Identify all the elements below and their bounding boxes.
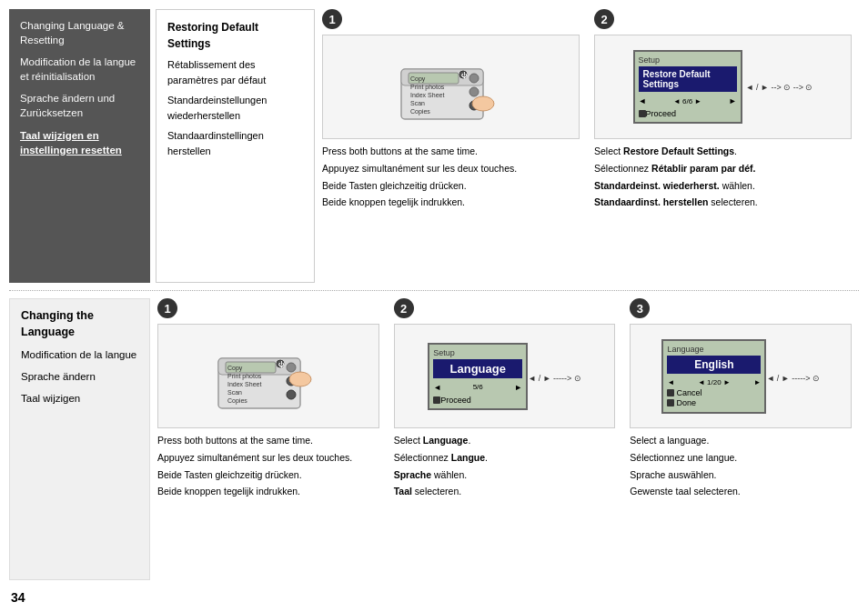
bottom-sidebar-item-3: Sprache ändern xyxy=(21,369,138,384)
bold-retablir: Rétablir param par déf. xyxy=(651,163,755,174)
bottom-sidebar-item-4: Taal wijzigen xyxy=(21,391,138,406)
top-step-1: 1 Copy Print photos Index Sheet Scan Cop… xyxy=(315,9,587,283)
bottom-lcd-nav-right: ► xyxy=(514,383,522,392)
svg-text:Copies: Copies xyxy=(227,397,247,405)
bottom-lang-lcd: Language English ◄ ◄ 1/20 ► ► Cancel Don… xyxy=(661,339,766,414)
bottom-sidebar: Changing the Language Modification de la… xyxy=(9,298,150,580)
step-1-number: 1 xyxy=(322,9,580,35)
bold-sprache: Sprache xyxy=(394,469,431,480)
bottom-lcd-proceed-icon xyxy=(433,396,440,404)
lcd-nav-pages: ◄ 6/6 ► xyxy=(673,97,701,105)
bold-standaard: Standaardinst. herstellen xyxy=(594,196,708,207)
bottom-step-3-nav-arrows: ◄ / ► -----> ⊙ xyxy=(766,374,820,383)
bottom-sidebar-item-1: Changing the Language xyxy=(21,308,138,340)
top-sidebar-item-1: Changing Language & Resetting xyxy=(20,18,139,47)
step-2-image: Setup Restore Default Settings ◄ ◄ 6/6 ►… xyxy=(594,35,852,139)
bottom-lcd-screen: Setup Language ◄ 5/6 ► Proceed xyxy=(428,343,528,410)
bottom-step-1-caption: Press both buttons at the same time. App… xyxy=(157,434,379,502)
page-number: 34 xyxy=(11,590,25,605)
top-step-2-nav-arrows: ◄ / ► --> ⊙ --> ⊙ xyxy=(746,83,813,92)
top-sidebar: Changing Language & Resetting Modificati… xyxy=(9,9,150,283)
step-2-number: 2 xyxy=(594,9,852,35)
bottom-step-1: 1 Copy Print photos Index Sheet Scan Cop… xyxy=(150,298,387,580)
lcd-proceed-label: Proceed xyxy=(646,109,677,118)
top-sidebar-item-3: Sprache ändern und Zurücksetzen xyxy=(20,91,139,120)
bottom-step-3-number: 3 xyxy=(630,298,852,324)
bottom-step-1-image: Copy Print photos Index Sheet Scan Copie… xyxy=(157,324,379,428)
bottom-sidebar-item-2: Modification de la langue xyxy=(21,347,138,362)
top-sidebar-item-4: Taal wijzigen en instellingen resetten xyxy=(20,128,139,157)
bold-restore: Restore Default Settings xyxy=(623,145,734,156)
svg-text:Copy: Copy xyxy=(227,365,243,372)
bottom-step-3-caption: Select a language. Sélectionnez une lang… xyxy=(630,434,852,502)
svg-point-9 xyxy=(469,87,479,96)
svg-text:⏻: ⏻ xyxy=(461,72,468,78)
svg-text:Print photos: Print photos xyxy=(410,84,445,91)
cancel-check-icon xyxy=(667,389,674,396)
svg-text:Copies: Copies xyxy=(410,108,430,115)
svg-point-26 xyxy=(289,372,311,386)
bottom-step-2-number: 2 xyxy=(394,298,616,324)
title-line-2: Rétablissement des paramètres par défaut xyxy=(167,57,303,87)
svg-point-12 xyxy=(475,98,491,109)
bottom-step-3: 3 Language English ◄ ◄ 1/20 ► ► Cancel xyxy=(622,298,859,580)
svg-text:Print photos: Print photos xyxy=(227,373,262,380)
bottom-lcd-proceed-label: Proceed xyxy=(440,396,471,405)
title-line-4: Standaardinstellingen herstellen xyxy=(167,128,303,158)
title-line-1: Restoring Default Settings xyxy=(167,19,303,52)
lcd-nav-left: ◄ xyxy=(639,96,647,105)
bottom-step-2: 2 Setup Language ◄ 5/6 ► Proceed xyxy=(387,298,623,580)
bottom-step-2-nav-arrows: ◄ / ► -----> ⊙ xyxy=(528,374,581,383)
top-title-box: Restoring Default Settings Rétablissemen… xyxy=(156,9,315,283)
top-lcd-screen: Setup Restore Default Settings ◄ ◄ 6/6 ►… xyxy=(633,50,742,124)
svg-text:Scan: Scan xyxy=(410,100,425,106)
top-step-2: 2 Setup Restore Default Settings ◄ ◄ 6/6… xyxy=(587,9,859,283)
svg-point-8 xyxy=(469,74,479,83)
svg-text:⏻: ⏻ xyxy=(278,361,285,367)
bottom-step-2-caption: Select Language. Sélectionnez Langue. Sp… xyxy=(394,434,616,502)
top-sidebar-item-2: Modification de la langue et réinitialis… xyxy=(20,55,139,84)
bold-language: Language xyxy=(423,435,469,446)
bottom-lcd-nav-pages: 5/6 xyxy=(473,383,483,391)
done-check-icon xyxy=(667,399,674,406)
lcd-done-label: Done xyxy=(676,398,696,407)
bold-taal: Taal xyxy=(394,486,412,497)
bottom-step-1-number: 1 xyxy=(157,298,379,324)
bottom-step-2-image: Setup Language ◄ 5/6 ► Proceed ◄ / ► ---… xyxy=(394,324,616,428)
svg-point-23 xyxy=(287,363,296,372)
lcd-cancel-label: Cancel xyxy=(676,388,701,397)
top-step-2-caption: Select Restore Default Settings. Sélecti… xyxy=(594,145,852,213)
top-step-1-caption: Press both buttons at the same time. App… xyxy=(322,145,580,213)
bottom-step-3-image: Language English ◄ ◄ 1/20 ► ► Cancel Don… xyxy=(630,324,852,428)
svg-point-25 xyxy=(287,390,296,399)
svg-text:Index Sheet: Index Sheet xyxy=(410,92,444,98)
svg-text:Index Sheet: Index Sheet xyxy=(227,381,261,387)
step-1-image: Copy Print photos Index Sheet Scan Copie… xyxy=(322,35,580,139)
lcd-nav-right: ► xyxy=(729,96,737,105)
title-line-3: Standardeinstellungen wiederherstellen xyxy=(167,93,303,123)
lcd-proceed-icon xyxy=(639,110,646,117)
svg-text:Scan: Scan xyxy=(227,389,242,396)
bold-langue: Langue xyxy=(451,452,485,463)
svg-text:Copy: Copy xyxy=(410,75,426,83)
bold-standard: Standardeinst. wiederherst. xyxy=(594,180,720,191)
bottom-lcd-nav-left: ◄ xyxy=(433,383,441,392)
